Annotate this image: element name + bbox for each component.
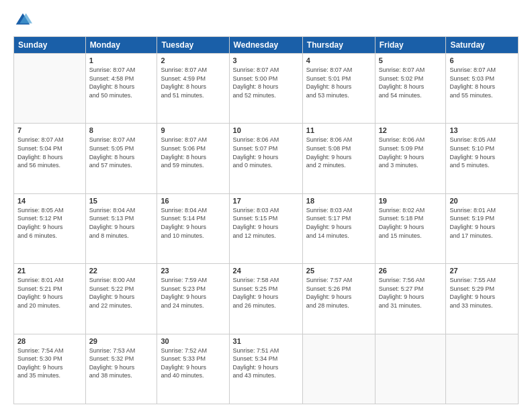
- day-number: 16: [161, 197, 225, 205]
- calendar-cell: 14Sunrise: 8:05 AM Sunset: 5:12 PM Dayli…: [14, 193, 86, 263]
- week-row-2: 7Sunrise: 8:07 AM Sunset: 5:04 PM Daylig…: [14, 124, 519, 193]
- calendar-cell: 29Sunrise: 7:53 AM Sunset: 5:32 PM Dayli…: [85, 334, 157, 404]
- calendar-cell: 20Sunrise: 8:01 AM Sunset: 5:19 PM Dayli…: [446, 193, 519, 263]
- day-number: 25: [306, 267, 371, 275]
- logo-icon: [13, 11, 32, 30]
- weekday-saturday: Saturday: [446, 37, 519, 54]
- calendar-cell: 22Sunrise: 8:00 AM Sunset: 5:22 PM Dayli…: [85, 264, 157, 334]
- week-row-4: 21Sunrise: 8:01 AM Sunset: 5:21 PM Dayli…: [14, 264, 519, 334]
- week-row-5: 28Sunrise: 7:54 AM Sunset: 5:30 PM Dayli…: [14, 334, 519, 404]
- weekday-friday: Friday: [375, 37, 446, 54]
- calendar-cell: 18Sunrise: 8:03 AM Sunset: 5:17 PM Dayli…: [302, 193, 375, 263]
- day-info: Sunrise: 7:51 AM Sunset: 5:34 PM Dayligh…: [233, 347, 299, 380]
- day-info: Sunrise: 8:03 AM Sunset: 5:15 PM Dayligh…: [233, 206, 299, 240]
- day-info: Sunrise: 7:58 AM Sunset: 5:25 PM Dayligh…: [233, 276, 299, 310]
- day-info: Sunrise: 8:07 AM Sunset: 5:04 PM Dayligh…: [17, 136, 82, 169]
- calendar-cell: 30Sunrise: 7:52 AM Sunset: 5:33 PM Dayli…: [157, 334, 229, 404]
- day-number: 14: [17, 197, 82, 205]
- calendar-cell: 10Sunrise: 8:06 AM Sunset: 5:07 PM Dayli…: [229, 124, 302, 193]
- day-number: 13: [449, 126, 515, 134]
- day-number: 2: [161, 56, 225, 64]
- calendar-cell: 4Sunrise: 8:07 AM Sunset: 5:01 PM Daylig…: [302, 54, 375, 124]
- calendar-cell: 26Sunrise: 7:56 AM Sunset: 5:27 PM Dayli…: [375, 264, 446, 334]
- calendar-cell: 3Sunrise: 8:07 AM Sunset: 5:00 PM Daylig…: [229, 54, 302, 124]
- week-row-1: 1Sunrise: 8:07 AM Sunset: 4:58 PM Daylig…: [14, 54, 519, 124]
- calendar-cell: 31Sunrise: 7:51 AM Sunset: 5:34 PM Dayli…: [229, 334, 302, 404]
- day-info: Sunrise: 8:07 AM Sunset: 5:02 PM Dayligh…: [379, 66, 443, 99]
- day-info: Sunrise: 7:53 AM Sunset: 5:32 PM Dayligh…: [89, 347, 154, 380]
- calendar-cell: 21Sunrise: 8:01 AM Sunset: 5:21 PM Dayli…: [14, 264, 86, 334]
- weekday-wednesday: Wednesday: [229, 37, 302, 54]
- day-info: Sunrise: 8:07 AM Sunset: 5:05 PM Dayligh…: [89, 136, 154, 169]
- calendar-cell: [375, 334, 446, 404]
- day-number: 7: [17, 126, 82, 134]
- day-number: 26: [379, 267, 443, 275]
- day-number: 30: [161, 337, 225, 345]
- day-number: 21: [17, 267, 82, 275]
- day-info: Sunrise: 7:54 AM Sunset: 5:30 PM Dayligh…: [17, 347, 82, 380]
- day-number: 12: [379, 126, 443, 134]
- day-info: Sunrise: 8:07 AM Sunset: 5:00 PM Dayligh…: [233, 66, 299, 99]
- calendar-cell: 19Sunrise: 8:02 AM Sunset: 5:18 PM Dayli…: [375, 193, 446, 263]
- calendar-cell: 24Sunrise: 7:58 AM Sunset: 5:25 PM Dayli…: [229, 264, 302, 334]
- calendar-cell: 15Sunrise: 8:04 AM Sunset: 5:13 PM Dayli…: [85, 193, 157, 263]
- weekday-thursday: Thursday: [302, 37, 375, 54]
- day-number: 9: [161, 126, 225, 134]
- day-number: 6: [449, 56, 515, 64]
- day-info: Sunrise: 8:06 AM Sunset: 5:07 PM Dayligh…: [233, 136, 299, 169]
- day-info: Sunrise: 8:03 AM Sunset: 5:17 PM Dayligh…: [306, 206, 371, 240]
- day-number: 15: [89, 197, 154, 205]
- weekday-sunday: Sunday: [14, 37, 86, 54]
- day-number: 27: [449, 267, 515, 275]
- day-number: 18: [306, 197, 371, 205]
- day-number: 11: [306, 126, 371, 134]
- day-number: 8: [89, 126, 154, 134]
- calendar-cell: 16Sunrise: 8:04 AM Sunset: 5:14 PM Dayli…: [157, 193, 229, 263]
- day-number: 1: [89, 56, 154, 64]
- calendar-cell: 25Sunrise: 7:57 AM Sunset: 5:26 PM Dayli…: [302, 264, 375, 334]
- day-info: Sunrise: 8:07 AM Sunset: 4:58 PM Dayligh…: [89, 66, 154, 99]
- calendar-cell: 2Sunrise: 8:07 AM Sunset: 4:59 PM Daylig…: [157, 54, 229, 124]
- day-info: Sunrise: 7:57 AM Sunset: 5:26 PM Dayligh…: [306, 276, 371, 310]
- day-info: Sunrise: 8:05 AM Sunset: 5:12 PM Dayligh…: [17, 206, 82, 240]
- day-info: Sunrise: 8:00 AM Sunset: 5:22 PM Dayligh…: [89, 276, 154, 310]
- weekday-monday: Monday: [85, 37, 157, 54]
- calendar-table: SundayMondayTuesdayWednesdayThursdayFrid…: [13, 36, 519, 404]
- day-info: Sunrise: 8:07 AM Sunset: 4:59 PM Dayligh…: [161, 66, 225, 99]
- calendar-cell: 17Sunrise: 8:03 AM Sunset: 5:15 PM Dayli…: [229, 193, 302, 263]
- calendar-cell: 6Sunrise: 8:07 AM Sunset: 5:03 PM Daylig…: [446, 54, 519, 124]
- calendar-cell: 9Sunrise: 8:07 AM Sunset: 5:06 PM Daylig…: [157, 124, 229, 193]
- day-number: 20: [449, 197, 515, 205]
- weekday-tuesday: Tuesday: [157, 37, 229, 54]
- calendar-cell: 11Sunrise: 8:06 AM Sunset: 5:08 PM Dayli…: [302, 124, 375, 193]
- day-number: 23: [161, 267, 225, 275]
- day-number: 28: [17, 337, 82, 345]
- day-number: 24: [233, 267, 299, 275]
- calendar-cell: 13Sunrise: 8:05 AM Sunset: 5:10 PM Dayli…: [446, 124, 519, 193]
- day-number: 17: [233, 197, 299, 205]
- day-number: 29: [89, 337, 154, 345]
- day-info: Sunrise: 8:04 AM Sunset: 5:14 PM Dayligh…: [161, 206, 225, 240]
- day-number: 5: [379, 56, 443, 64]
- day-number: 3: [233, 56, 299, 64]
- day-info: Sunrise: 7:59 AM Sunset: 5:23 PM Dayligh…: [161, 276, 225, 310]
- calendar-cell: 27Sunrise: 7:55 AM Sunset: 5:29 PM Dayli…: [446, 264, 519, 334]
- day-info: Sunrise: 8:05 AM Sunset: 5:10 PM Dayligh…: [449, 136, 515, 169]
- day-info: Sunrise: 8:07 AM Sunset: 5:03 PM Dayligh…: [449, 66, 515, 99]
- day-number: 10: [233, 126, 299, 134]
- calendar-cell: 8Sunrise: 8:07 AM Sunset: 5:05 PM Daylig…: [85, 124, 157, 193]
- calendar-cell: [302, 334, 375, 404]
- day-info: Sunrise: 7:55 AM Sunset: 5:29 PM Dayligh…: [449, 276, 515, 310]
- day-number: 4: [306, 56, 371, 64]
- day-info: Sunrise: 7:52 AM Sunset: 5:33 PM Dayligh…: [161, 347, 225, 380]
- week-row-3: 14Sunrise: 8:05 AM Sunset: 5:12 PM Dayli…: [14, 193, 519, 263]
- day-info: Sunrise: 8:06 AM Sunset: 5:08 PM Dayligh…: [306, 136, 371, 169]
- day-number: 22: [89, 267, 154, 275]
- calendar-cell: [14, 54, 86, 124]
- day-info: Sunrise: 8:06 AM Sunset: 5:09 PM Dayligh…: [379, 136, 443, 169]
- calendar-cell: 28Sunrise: 7:54 AM Sunset: 5:30 PM Dayli…: [14, 334, 86, 404]
- day-number: 19: [379, 197, 443, 205]
- calendar-cell: 12Sunrise: 8:06 AM Sunset: 5:09 PM Dayli…: [375, 124, 446, 193]
- day-info: Sunrise: 8:07 AM Sunset: 5:01 PM Dayligh…: [306, 66, 371, 99]
- page: SundayMondayTuesdayWednesdayThursdayFrid…: [0, 0, 532, 411]
